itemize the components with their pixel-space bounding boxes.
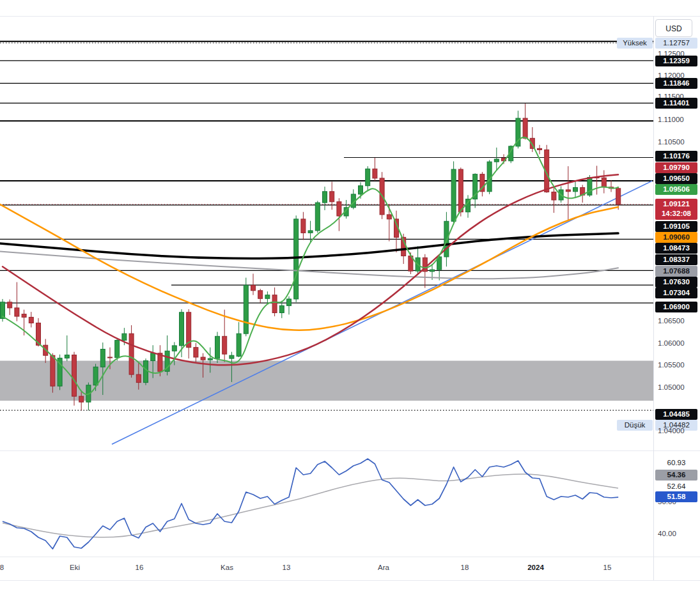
candle-body [301,219,306,233]
candle-body [523,118,527,138]
price-axis-tick: 1.06000 [658,339,685,347]
candle-body [194,348,198,357]
price-level-label: 1.09506 [655,184,697,195]
candle-body [566,190,570,192]
countdown-timer: 14:32:08 [655,209,697,219]
candle-body [129,334,134,374]
price-level-label: 1.10176 [655,151,697,162]
candle-body [144,361,148,383]
candle-body [65,355,69,358]
time-axis[interactable]: 8Eki16Kas13Ara18202415 [0,557,700,580]
candle-body [72,355,77,397]
time-axis-label: Kas [221,564,233,571]
price-level-label: 1.09105 [655,221,697,232]
candle-body [136,374,141,383]
price-level-label: 1.07688 [655,266,697,277]
time-axis-label: 2024 [527,564,544,571]
candle-body [172,346,176,351]
fast-ma-green-line[interactable] [3,137,618,394]
rsi-level-label: 60.93 [655,458,697,468]
candle-body [51,355,55,386]
rsi-axis-tick: 40.00 [658,530,676,537]
rsi-value-label: 51.58 [655,491,697,502]
candle-body [430,270,435,272]
high-value-label: 1.12757 [655,38,697,49]
candle-body [122,334,127,340]
candle-body [315,203,320,231]
price-level-label: 1.08473 [655,243,697,254]
price-axis-tick: 1.04000 [658,427,685,435]
time-axis-label: 16 [136,564,144,571]
rsi-ma-value-label: 54.36 [655,470,697,481]
price-level-label: 1.09790 [655,162,697,173]
candle-body [100,349,105,367]
candle-body [272,295,277,313]
candle-body [222,336,227,354]
candle-body [366,169,370,185]
candlestick-chart-canvas[interactable] [0,0,700,600]
time-axis-label: 8 [0,564,4,571]
price-axis-tick: 1.06500 [658,317,685,325]
candle-body [616,188,621,204]
mid-ma-red-line[interactable] [3,174,618,365]
pane-top-separator [0,16,700,17]
rsi-level-label: 52.64 [655,481,697,492]
candle-body [308,231,313,233]
candle-body [201,357,205,360]
candle-body [108,357,113,358]
candle-body [323,192,327,203]
price-level-label: 1.08337 [655,254,697,265]
candle-body [458,169,463,212]
candle-body [552,192,556,200]
rsi-line[interactable] [3,459,618,549]
candle-body [373,169,377,178]
time-axis-label: Ara [378,564,389,571]
price-level-label: 1.06900 [655,302,697,312]
candle-body [251,285,256,290]
candle-body [287,299,292,305]
candle-body [330,192,334,202]
candle-body [258,291,263,299]
slow-ma-orange-line[interactable] [0,204,618,330]
rsi-ma-line[interactable] [3,474,618,537]
sma100-gray-line[interactable] [0,252,618,279]
time-axis-label: 13 [283,564,291,571]
price-level-label: 1.09650 [655,173,697,184]
candle-body [115,341,120,358]
candle-body [602,178,606,187]
price-level-label: 1.07304 [655,288,697,298]
price-level-label: 1.11401 [655,98,697,109]
candle-body [22,314,26,318]
currency-toggle-button[interactable]: USD [655,19,692,37]
current-price-label: 1.09121 14:32:08 [655,199,697,220]
price-level-label: 1.09060 [655,232,697,243]
price-level-label: 1.12359 [655,56,697,66]
candle-body [151,353,155,361]
axis-bottom-border [0,580,700,581]
price-level-label: 1.07630 [655,277,697,288]
candle-body [180,312,184,346]
price-axis-tick: 1.11000 [658,116,684,123]
price-axis-tick: 1.05500 [658,361,685,369]
candle-body [337,202,341,216]
rsi-pane-separator[interactable] [0,450,700,451]
candle-body [15,308,19,316]
candle-body [229,355,234,358]
price-level-label: 1.11846 [655,78,697,89]
candle-body [244,285,248,334]
time-axis-label: 15 [603,564,612,571]
candle-body [265,295,270,299]
time-axis-label: Eki [70,564,80,571]
candle-body [387,215,391,219]
price-axis-tick: 1.10500 [658,138,685,146]
price-axis[interactable]: USD 1.12757 1.04482 1.125001.120001.1150… [653,0,700,580]
candle-body [79,396,84,402]
candle-body [538,148,542,150]
candle-body [573,188,578,192]
candle-body [451,169,456,221]
price-level-label: 1.04485 [655,409,697,420]
trading-chart-app: Yüksek Düşük USD 1.12757 1.04482 1.12500… [0,0,700,600]
candle-body [494,159,499,162]
low-marker-label: Düşük [617,420,653,431]
candle-body [8,302,12,308]
